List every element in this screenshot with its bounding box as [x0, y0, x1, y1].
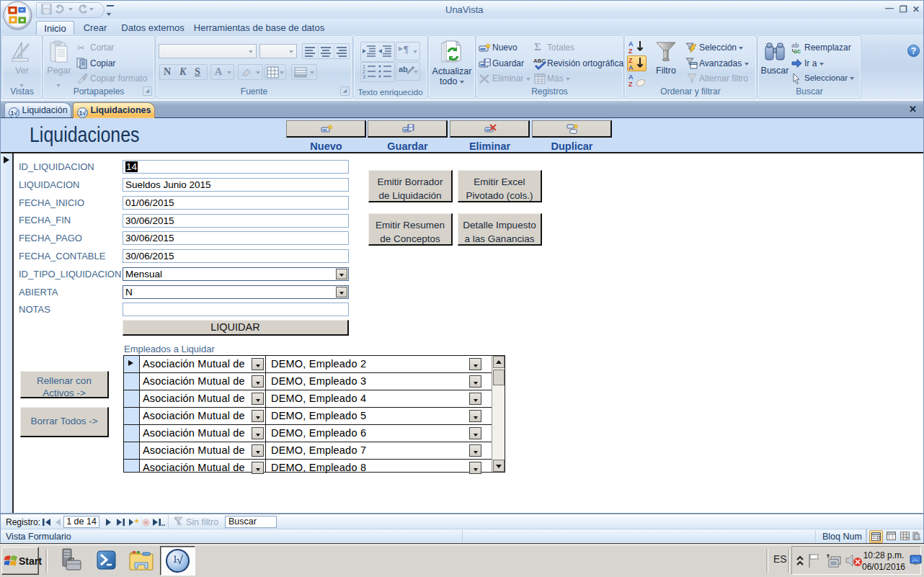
svg-text:3: 3 — [363, 74, 365, 79]
svg-text:ac: ac — [794, 48, 801, 53]
svg-text:Z: Z — [628, 48, 633, 55]
svg-text:2: 2 — [363, 69, 365, 74]
svg-text:A: A — [628, 73, 634, 81]
svg-text:...: ... — [691, 65, 695, 69]
svg-text:1: 1 — [363, 64, 365, 69]
svg-text:A: A — [628, 64, 634, 71]
svg-text:A: A — [628, 40, 634, 48]
svg-text:Z: Z — [628, 57, 633, 64]
